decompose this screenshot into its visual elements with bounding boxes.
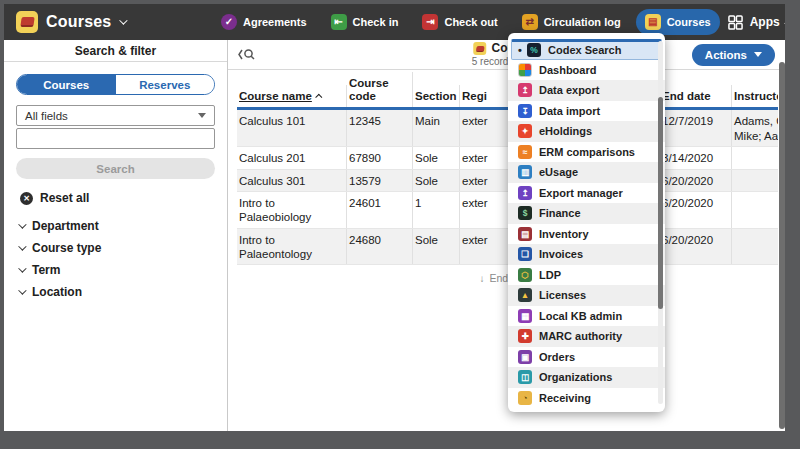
filter-accordion[interactable]: Department xyxy=(16,215,215,237)
apps-menu-item[interactable]: $ Finance xyxy=(508,203,665,224)
cell-instructors: Adams, C Mike; Aag xyxy=(732,110,778,146)
courses-app-icon xyxy=(16,11,38,33)
filter-accordions: Department Course type Term xyxy=(16,215,215,303)
search-input[interactable] xyxy=(16,128,215,149)
eholdings-icon: ✦ xyxy=(518,124,532,138)
apps-menu-item[interactable]: ▲ Licenses xyxy=(508,285,665,306)
apps-menu-item[interactable]: ▣ Orders xyxy=(508,347,665,368)
nav-app-button[interactable]: ⇤ Check in xyxy=(322,9,408,35)
apps-menu-item[interactable]: ⬡ LDP xyxy=(508,265,665,286)
field-select[interactable]: All fields xyxy=(16,105,215,126)
tab-courses[interactable]: Courses xyxy=(17,75,116,94)
current-app-title[interactable]: Courses xyxy=(16,11,212,33)
apps-menu-item[interactable]: ↥ Export manager xyxy=(508,183,665,204)
chevron-down-icon xyxy=(18,242,26,250)
apps-menu-item[interactable]: ◔ Receiving xyxy=(508,388,665,409)
column-header-end-date[interactable]: End date xyxy=(660,85,732,107)
scrollbar-thumb[interactable] xyxy=(779,62,785,429)
dashboard-icon: ▦ xyxy=(518,63,532,77)
apps-menu-item-label: Licenses xyxy=(539,289,586,301)
content-area: Search & filter Courses Reserves All fie… xyxy=(4,40,785,431)
nav-app-button[interactable]: ▤ Courses xyxy=(636,9,720,35)
apps-menu-item-label: Export manager xyxy=(539,187,623,199)
apps-menu-list: • % Codex Search ▦ Dashboard ↥ Data expo… xyxy=(508,39,665,408)
apps-menu-item[interactable]: ✦ eHoldings xyxy=(508,121,665,142)
column-header-instructors[interactable]: Instructo xyxy=(732,85,778,107)
apps-menu-item-label: Invoices xyxy=(539,248,583,260)
cell-course-code: 24601 xyxy=(347,192,413,228)
apps-menu-item[interactable]: ≈ ERM comparisons xyxy=(508,142,665,163)
apps-menu-item-label: Dashboard xyxy=(539,64,596,76)
tab-reserves[interactable]: Reserves xyxy=(116,75,215,94)
nav-app-label: Check out xyxy=(444,16,497,28)
apps-menu-item-label: Finance xyxy=(539,207,581,219)
apps-menu-item[interactable]: ▦ Local KB admin xyxy=(508,306,665,327)
cell-course-name: Calculus 201 xyxy=(237,147,347,168)
apps-menu-item-label: Organizations xyxy=(539,371,612,383)
check-in-icon: ⇤ xyxy=(331,14,347,30)
filter-accordion[interactable]: Course type xyxy=(16,237,215,259)
current-app-bullet: • xyxy=(518,44,523,56)
search-button[interactable]: Search xyxy=(16,158,215,179)
nav-app-button[interactable]: ✓ Agreements xyxy=(212,9,316,35)
cell-instructors xyxy=(732,229,778,265)
apps-menu-item[interactable]: ✚ MARC authority xyxy=(508,326,665,347)
reset-all-button[interactable]: ✕ Reset all xyxy=(20,191,215,205)
apps-menu-item[interactable]: ▤ Inventory xyxy=(508,224,665,245)
apps-menu-item[interactable]: ▥ eUsage xyxy=(508,162,665,183)
cell-course-name: Calculus 301 xyxy=(237,170,347,191)
finance-icon: $ xyxy=(518,206,532,220)
filter-accordion[interactable]: Location xyxy=(16,281,215,303)
nav-app-button[interactable]: ⇥ Check out xyxy=(413,9,506,35)
cell-course-name: Calculus 101 xyxy=(237,110,347,146)
collapse-search-pane-icon[interactable] xyxy=(238,48,256,61)
filter-accordion[interactable]: Term xyxy=(16,259,215,281)
apps-label: Apps xyxy=(750,15,780,29)
chevron-down-icon xyxy=(120,16,128,24)
apps-menu-item[interactable]: ❏ Invoices xyxy=(508,244,665,265)
actions-button[interactable]: Actions xyxy=(692,44,775,66)
reset-all-label: Reset all xyxy=(40,191,89,205)
end-of-list-icon: ↓ xyxy=(479,273,484,284)
agreements-icon: ✓ xyxy=(221,14,237,30)
cell-end-date: 6/20/2020 xyxy=(660,192,732,228)
cell-course-code: 13579 xyxy=(347,170,413,191)
courses-icon: ▤ xyxy=(645,14,661,30)
apps-menu-item[interactable]: ◫ Organizations xyxy=(508,367,665,388)
check-out-icon: ⇥ xyxy=(422,14,438,30)
apps-menu-item-label: MARC authority xyxy=(539,330,622,342)
search-filter-title: Search & filter xyxy=(4,40,227,62)
apps-menu-item-label: Orders xyxy=(539,351,575,363)
cell-instructors xyxy=(732,192,778,228)
apps-menu-button[interactable]: Apps xyxy=(720,10,785,35)
results-pane: Courses 5 records found Actions Course n… xyxy=(228,40,785,431)
cell-end-date: 3/14/2020 xyxy=(660,147,732,168)
cell-end-date: 12/7/2019 xyxy=(660,110,732,146)
apps-menu-item[interactable]: ↧ Data import xyxy=(508,101,665,122)
chevron-down-icon xyxy=(18,220,26,228)
filter-label: Course type xyxy=(32,241,101,255)
results-scrollbar[interactable] xyxy=(779,62,785,429)
chevron-down-icon xyxy=(18,264,26,272)
apps-menu-item[interactable]: • % Codex Search xyxy=(511,39,662,60)
apps-menu-item-label: Receiving xyxy=(539,392,591,404)
dropdown-scrollbar-thumb[interactable] xyxy=(658,97,663,309)
apps-menu-item-label: LDP xyxy=(539,269,561,281)
nav-app-button[interactable]: ⇄ Circulation log xyxy=(513,9,630,35)
apps-menu-item-label: eHoldings xyxy=(539,125,592,137)
filter-label: Location xyxy=(32,285,82,299)
chevron-down-icon xyxy=(18,286,26,294)
instructor-line-1: Adams, C xyxy=(734,114,772,128)
apps-grid-icon xyxy=(728,15,743,30)
apps-menu-item[interactable]: ▦ Dashboard xyxy=(508,60,665,81)
cell-course-code: 12345 xyxy=(347,110,413,146)
column-header-course-name[interactable]: Course name xyxy=(237,85,347,107)
apps-menu-item[interactable]: ↥ Data export xyxy=(508,80,665,101)
cell-section: 1 xyxy=(413,192,460,228)
cell-course-code: 24680 xyxy=(347,229,413,265)
column-header-course-code[interactable]: Course code xyxy=(347,72,413,107)
column-header-section[interactable]: Section xyxy=(413,85,460,107)
cell-section: Main xyxy=(413,110,460,146)
export-manager-icon: ↥ xyxy=(518,186,532,200)
receiving-icon: ◔ xyxy=(518,391,532,405)
